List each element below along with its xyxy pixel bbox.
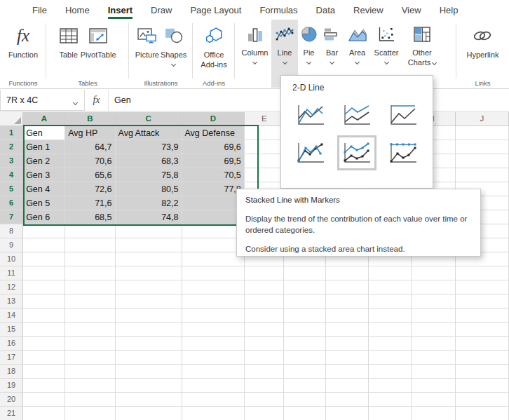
cell-J21[interactable] <box>456 407 509 420</box>
cell-B18[interactable] <box>65 365 115 379</box>
cell-B14[interactable] <box>65 309 115 323</box>
cell-J16[interactable] <box>456 337 509 351</box>
dropdown-item-line-with-markers[interactable] <box>291 135 330 170</box>
cell-G16[interactable] <box>326 337 369 351</box>
dropdown-item-stacked-line-with-markers[interactable] <box>337 135 376 170</box>
cell-I18[interactable] <box>412 365 456 379</box>
cell-F21[interactable] <box>284 407 326 420</box>
tab-page-layout[interactable]: Page Layout <box>190 0 241 20</box>
cell-E17[interactable] <box>245 351 284 365</box>
cell-H18[interactable] <box>369 365 412 379</box>
cell-C2[interactable]: 73,9 <box>116 140 182 154</box>
row-header-10[interactable]: 10 <box>0 252 23 266</box>
cell-C10[interactable] <box>116 252 182 266</box>
cell-J13[interactable] <box>456 294 509 309</box>
cell-I11[interactable] <box>412 266 456 280</box>
cell-A18[interactable] <box>23 365 65 379</box>
cell-F20[interactable] <box>284 393 326 407</box>
cell-B11[interactable] <box>65 266 115 280</box>
cell-H17[interactable] <box>369 351 412 365</box>
cell-D10[interactable] <box>182 252 245 266</box>
column-header-B[interactable]: B <box>65 112 115 126</box>
cell-E1[interactable] <box>245 126 284 140</box>
cell-D14[interactable] <box>182 309 245 323</box>
cell-D21[interactable] <box>182 407 245 420</box>
dropdown-item-stacked-line[interactable] <box>337 97 376 133</box>
dropdown-item-line[interactable] <box>291 97 330 133</box>
row-header-20[interactable]: 20 <box>0 393 23 407</box>
cell-H19[interactable] <box>369 379 412 393</box>
row-header-5[interactable]: 5 <box>0 182 23 196</box>
cell-C18[interactable] <box>116 365 182 379</box>
cell-A11[interactable] <box>23 266 65 280</box>
cell-C9[interactable] <box>116 238 182 252</box>
cell-G17[interactable] <box>326 351 369 365</box>
cell-H11[interactable] <box>369 266 412 280</box>
cell-A12[interactable] <box>23 280 65 294</box>
column-header-C[interactable]: C <box>116 112 182 126</box>
cell-J14[interactable] <box>456 309 509 323</box>
column-chart-button[interactable]: Column <box>238 20 271 88</box>
tab-file[interactable]: File <box>32 0 47 20</box>
cell-E18[interactable] <box>245 365 284 379</box>
cell-E3[interactable] <box>245 154 284 168</box>
cell-E19[interactable] <box>245 379 284 393</box>
column-header-E[interactable]: E <box>245 112 284 126</box>
cell-G20[interactable] <box>326 393 369 407</box>
cell-C21[interactable] <box>116 407 182 420</box>
cell-D1[interactable]: Avg Defense <box>182 126 245 140</box>
row-header-13[interactable]: 13 <box>0 294 23 309</box>
cell-J17[interactable] <box>456 351 509 365</box>
cell-D3[interactable]: 69,5 <box>182 154 245 168</box>
cell-A16[interactable] <box>23 337 65 351</box>
cell-E4[interactable] <box>245 168 284 182</box>
cell-A9[interactable] <box>23 238 65 252</box>
cell-B2[interactable]: 64,7 <box>65 140 115 154</box>
row-header-16[interactable]: 16 <box>0 337 23 351</box>
name-box[interactable]: 7R x 4C <box>0 90 85 111</box>
cell-F13[interactable] <box>284 294 326 309</box>
row-header-4[interactable]: 4 <box>0 168 23 182</box>
cell-D5[interactable]: 77,8 <box>182 182 245 196</box>
cell-D16[interactable] <box>182 337 245 351</box>
dropdown-item-100-stacked-line-with-markers[interactable] <box>384 135 423 170</box>
cell-A1[interactable]: Gen <box>23 126 65 140</box>
cell-C13[interactable] <box>116 294 182 309</box>
cell-D4[interactable]: 70,5 <box>182 168 245 182</box>
cell-G11[interactable] <box>326 266 369 280</box>
cell-D7[interactable] <box>182 210 245 224</box>
cell-E12[interactable] <box>245 280 284 294</box>
tab-help[interactable]: Help <box>440 0 459 20</box>
insert-function-button[interactable]: fx <box>85 90 109 111</box>
cell-J2[interactable] <box>456 140 509 154</box>
cell-B12[interactable] <box>65 280 115 294</box>
row-header-6[interactable]: 6 <box>0 196 23 210</box>
cell-A21[interactable] <box>23 407 65 420</box>
cell-I21[interactable] <box>412 407 456 420</box>
cell-C5[interactable]: 80,5 <box>116 182 182 196</box>
cell-G15[interactable] <box>326 323 369 337</box>
cell-C4[interactable]: 75,8 <box>116 168 182 182</box>
cell-B6[interactable]: 71,6 <box>65 196 115 210</box>
cell-C6[interactable]: 82,2 <box>116 196 182 210</box>
cell-G19[interactable] <box>326 379 369 393</box>
cell-B5[interactable]: 72,6 <box>65 182 115 196</box>
cell-E14[interactable] <box>245 309 284 323</box>
tab-formulas[interactable]: Formulas <box>259 0 297 20</box>
cell-D13[interactable] <box>182 294 245 309</box>
cell-I19[interactable] <box>412 379 456 393</box>
tab-insert[interactable]: Insert <box>108 0 133 20</box>
cell-C16[interactable] <box>116 337 182 351</box>
cell-I14[interactable] <box>412 309 456 323</box>
cell-E13[interactable] <box>245 294 284 309</box>
cell-B10[interactable] <box>65 252 115 266</box>
column-header-D[interactable]: D <box>182 112 245 126</box>
hyperlink-button[interactable]: Hyperlink <box>467 20 499 77</box>
cell-A4[interactable]: Gen 3 <box>23 168 65 182</box>
cell-C17[interactable] <box>116 351 182 365</box>
cell-H15[interactable] <box>369 323 412 337</box>
cell-J1[interactable] <box>456 126 509 140</box>
cell-B4[interactable]: 65,6 <box>65 168 115 182</box>
row-header-7[interactable]: 7 <box>0 210 23 224</box>
cell-F12[interactable] <box>284 280 326 294</box>
